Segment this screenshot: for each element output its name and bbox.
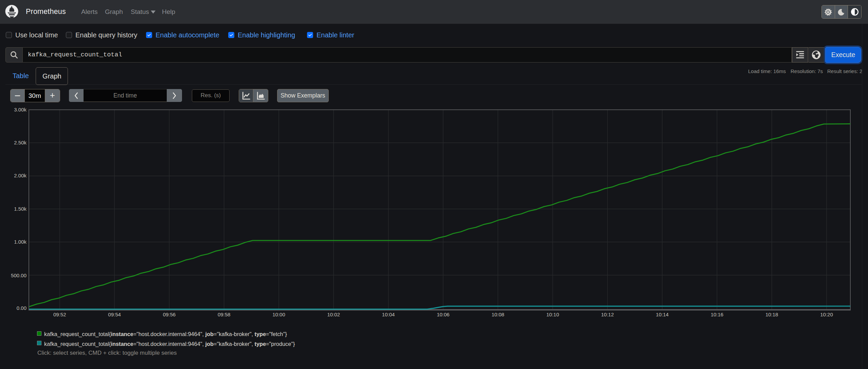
svg-text:09:58: 09:58 [218,312,231,317]
svg-text:10:08: 10:08 [491,312,504,317]
svg-text:1.00k: 1.00k [14,239,26,245]
svg-text:500.00: 500.00 [11,273,26,278]
svg-text:10:00: 10:00 [272,312,285,317]
svg-text:10:10: 10:10 [546,312,559,317]
svg-text:09:56: 09:56 [163,312,176,317]
svg-text:2.00k: 2.00k [14,173,26,178]
svg-text:10:18: 10:18 [765,312,778,317]
svg-text:0.00: 0.00 [17,305,26,311]
svg-text:10:20: 10:20 [820,312,833,317]
svg-text:10:14: 10:14 [656,312,669,317]
svg-text:1.50k: 1.50k [14,206,26,212]
svg-text:10:02: 10:02 [327,312,340,317]
svg-text:09:52: 09:52 [53,312,66,317]
svg-text:2.50k: 2.50k [14,140,26,145]
svg-text:09:54: 09:54 [108,312,121,317]
svg-text:10:04: 10:04 [382,312,395,317]
svg-text:10:06: 10:06 [437,312,450,317]
svg-text:3.00k: 3.00k [14,107,26,112]
svg-text:10:16: 10:16 [711,312,724,317]
svg-text:10:12: 10:12 [601,312,614,317]
